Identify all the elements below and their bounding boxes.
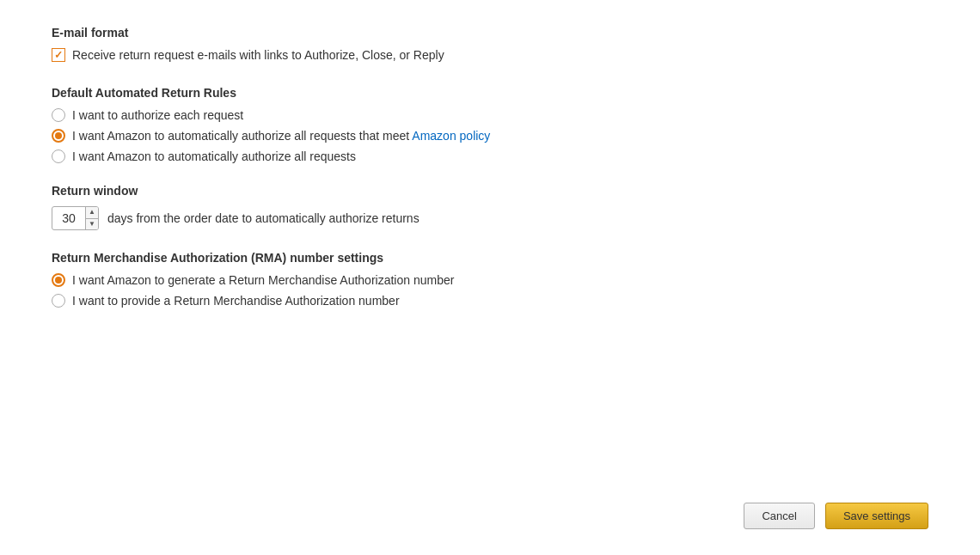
cancel-button[interactable]: Cancel — [744, 503, 814, 529]
main-container: E-mail format ✓ Receive return request e… — [0, 0, 980, 357]
rma-settings-title: Return Merchandise Authorization (RMA) n… — [52, 251, 928, 265]
radio-all-requests-label: I want Amazon to automatically authorize… — [72, 149, 356, 163]
radio-authorize-each[interactable] — [52, 108, 65, 122]
return-window-section: Return window 30 ▲ ▼ days from the order… — [52, 184, 928, 230]
email-format-title: E-mail format — [52, 26, 928, 40]
footer-buttons: Cancel Save settings — [744, 503, 928, 529]
radio-row-authorize-each: I want to authorize each request — [52, 108, 928, 122]
radio-authorize-each-label: I want to authorize each request — [72, 108, 243, 122]
radio-amazon-generate[interactable] — [52, 273, 65, 287]
spinner-arrows: ▲ ▼ — [85, 207, 98, 229]
radio-amazon-policy-prefix: I want Amazon to automatically authorize… — [72, 129, 412, 143]
radio-provide-label: I want to provide a Return Merchandise A… — [72, 294, 400, 308]
radio-row-amazon-policy: I want Amazon to automatically authorize… — [52, 129, 928, 143]
days-label: days from the order date to automaticall… — [107, 211, 420, 225]
save-settings-button[interactable]: Save settings — [825, 503, 928, 529]
email-format-checkbox-label: Receive return request e-mails with link… — [72, 48, 444, 62]
radio-inner-dot-rma — [55, 277, 62, 284]
spinner-up-arrow[interactable]: ▲ — [86, 207, 98, 219]
automated-return-rules-section: Default Automated Return Rules I want to… — [52, 86, 928, 163]
rma-settings-section: Return Merchandise Authorization (RMA) n… — [52, 251, 928, 308]
radio-row-amazon-generate: I want Amazon to generate a Return Merch… — [52, 273, 928, 287]
radio-all-requests[interactable] — [52, 149, 65, 163]
email-format-section: E-mail format ✓ Receive return request e… — [52, 26, 928, 62]
automated-return-rules-title: Default Automated Return Rules — [52, 86, 928, 100]
return-window-title: Return window — [52, 184, 928, 198]
days-value[interactable]: 30 — [52, 211, 85, 225]
radio-amazon-generate-label: I want Amazon to generate a Return Merch… — [72, 273, 454, 287]
radio-amazon-policy[interactable] — [52, 129, 65, 143]
days-spinner[interactable]: 30 ▲ ▼ — [52, 206, 99, 230]
radio-row-all-requests: I want Amazon to automatically authorize… — [52, 149, 928, 163]
radio-inner-dot — [55, 132, 62, 139]
spinner-down-arrow[interactable]: ▼ — [86, 219, 98, 230]
email-format-checkbox[interactable]: ✓ — [52, 48, 65, 62]
return-window-row: 30 ▲ ▼ days from the order date to autom… — [52, 206, 928, 230]
radio-provide[interactable] — [52, 294, 65, 308]
email-format-checkbox-row: ✓ Receive return request e-mails with li… — [52, 48, 928, 62]
checkmark-icon: ✓ — [54, 49, 63, 61]
radio-amazon-policy-label: I want Amazon to automatically authorize… — [72, 129, 490, 143]
radio-row-provide: I want to provide a Return Merchandise A… — [52, 294, 928, 308]
amazon-policy-link[interactable]: Amazon policy — [412, 129, 490, 143]
